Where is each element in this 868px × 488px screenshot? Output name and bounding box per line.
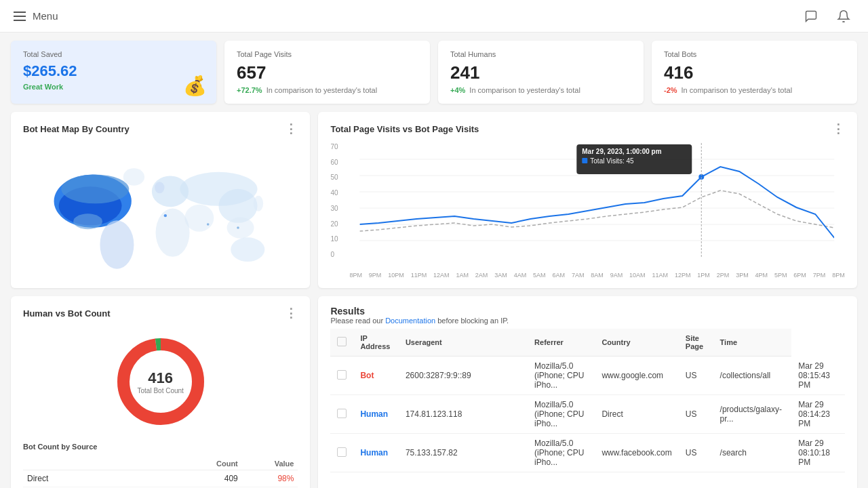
- row-page: /search: [713, 434, 792, 472]
- y-axis: 70 60 50 40 30 20 10 0: [330, 143, 349, 258]
- source-count: 409: [182, 470, 242, 487]
- select-all-checkbox[interactable]: [337, 337, 347, 346]
- line-chart-container: 70 60 50 40 30 20 10 0: [330, 143, 845, 279]
- human-bot-menu[interactable]: ⋮: [285, 306, 298, 321]
- svg-point-16: [207, 223, 210, 226]
- table-row: Human 174.81.123.118 Mozilla/5.0 (iPhone…: [330, 395, 845, 434]
- svg-point-8: [184, 205, 214, 232]
- results-table-wrap[interactable]: IP AddressUseragentReferrerCountrySite P…: [330, 329, 845, 478]
- row-ref: www.google.com: [595, 472, 678, 479]
- row-checkbox[interactable]: [330, 434, 353, 472]
- row-result: Human: [353, 395, 399, 434]
- x-axis: 8PM 9PM 10PM 11PM 12AM 1AM 2AM 3AM 4AM 5…: [349, 272, 845, 279]
- page-visits-change-desc: In comparison to yesterday's total: [267, 86, 378, 94]
- bottom-row: Human vs Bot Count ⋮ 416 Total Bot Count…: [0, 296, 868, 488]
- col-country: Country: [595, 329, 678, 357]
- line-chart-card: Total Page Visits vs Bot Page Visits ⋮ 7…: [318, 112, 857, 288]
- donut-label: Total Bot Count: [138, 387, 184, 394]
- line-chart-svg: Mar 29, 2023, 1:00:00 pm Total Visits: 4…: [349, 143, 845, 258]
- source-name: Direct: [23, 470, 182, 487]
- row-country: US: [679, 472, 713, 479]
- bots-change-desc: In comparison to yesterday's total: [682, 86, 793, 94]
- header-right: [800, 5, 854, 27]
- svg-point-17: [237, 226, 239, 229]
- stats-row: Total Saved $265.62 Great Work 💰 Total P…: [0, 33, 868, 112]
- results-table-body: Bot 2600:3287:9:9::89 Mozilla/5.0 (iPhon…: [330, 357, 845, 479]
- row-ip: 174.81.123.118: [399, 395, 528, 434]
- chat-icon[interactable]: [800, 5, 822, 27]
- world-map: [23, 143, 298, 279]
- total-page-visits-change: +72.7% In comparison to yesterday's tota…: [237, 86, 418, 94]
- row-checkbox[interactable]: [330, 472, 353, 479]
- total-bots-change: -2% In comparison to yesterday's total: [664, 86, 845, 94]
- human-bot-title: Human vs Bot Count ⋮: [23, 306, 298, 321]
- bell-icon[interactable]: [833, 5, 854, 27]
- total-page-visits-label: Total Page Visits: [237, 50, 418, 58]
- heatmap-menu[interactable]: ⋮: [285, 121, 298, 136]
- row-result: Human: [353, 472, 399, 479]
- row-country: US: [679, 357, 713, 395]
- row-checkbox[interactable]: [330, 357, 353, 395]
- svg-point-10: [227, 217, 254, 238]
- heatmap-card: Bot Heat Map By Country ⋮: [11, 112, 310, 288]
- total-humans-label: Total Humans: [450, 50, 631, 58]
- row-country: US: [679, 395, 713, 434]
- total-page-visits-card: Total Page Visits 657 +72.7% In comparis…: [224, 41, 430, 104]
- total-bots-card: Total Bots 416 -2% In comparison to yest…: [652, 41, 857, 104]
- humans-change-desc: In comparison to yesterday's total: [469, 86, 580, 94]
- humans-change-pct: +4%: [450, 86, 465, 94]
- row-ip: 2600:b348:667f:7166:90ba:90...: [399, 472, 528, 479]
- row-ip: 75.133.157.82: [399, 434, 528, 472]
- coin-icon: 💰: [183, 75, 207, 97]
- results-card: Results Please read our Documentation be…: [318, 296, 857, 488]
- donut-count: 416: [138, 369, 184, 387]
- row-checkbox[interactable]: [330, 395, 353, 434]
- header-left: Menu: [14, 10, 58, 22]
- line-chart-menu[interactable]: ⋮: [832, 121, 845, 136]
- menu-icon[interactable]: [14, 12, 26, 21]
- row-time: Mar 29 08:15:43 PM: [791, 357, 845, 395]
- documentation-link[interactable]: Documentation: [385, 317, 435, 325]
- count-table: Count Value Direct 409 98% www.google.co…: [23, 458, 298, 488]
- total-bots-value: 416: [664, 62, 845, 83]
- total-bots-label: Total Bots: [664, 50, 845, 58]
- count-table-body: Direct 409 98% www.google.com 2 0% www.f…: [23, 470, 298, 489]
- page-visits-change-pct: +72.7%: [237, 86, 262, 94]
- table-row: Human 75.133.157.82 Mozilla/5.0 (iPhone;…: [330, 434, 845, 472]
- row-page: /collections/all: [713, 357, 792, 395]
- svg-text:Total Visits: 45: Total Visits: 45: [591, 157, 635, 165]
- row-result: Human: [353, 434, 399, 472]
- row-time: Mar 29 08:14:23 PM: [791, 395, 845, 434]
- world-map-svg: [23, 143, 298, 279]
- svg-rect-29: [583, 158, 588, 163]
- header: Menu: [0, 0, 868, 33]
- col-count: Count: [182, 458, 242, 470]
- results-table: IP AddressUseragentReferrerCountrySite P…: [330, 329, 845, 478]
- svg-point-11: [231, 237, 264, 262]
- row-country: US: [679, 434, 713, 472]
- row-ref: www.google.com: [595, 357, 678, 395]
- row-page: /products/galaxy-pr...: [713, 395, 792, 434]
- col-referrer: Referrer: [528, 329, 595, 357]
- bots-change-pct: -2%: [664, 86, 677, 94]
- total-humans-change: +4% In comparison to yesterday's total: [450, 86, 631, 94]
- row-time: Mar 29 08:10:18 PM: [791, 434, 845, 472]
- total-page-visits-value: 657: [237, 62, 418, 83]
- col-site-page: Site Page: [679, 329, 713, 357]
- source-value: 98%: [242, 470, 298, 487]
- svg-point-13: [155, 182, 164, 193]
- results-table-header: IP AddressUseragentReferrerCountrySite P…: [330, 329, 845, 357]
- row-result: Bot: [353, 357, 399, 395]
- header-title: Menu: [33, 10, 58, 22]
- total-humans-value: 241: [450, 62, 631, 83]
- row-ua: Mozilla/5.0 (iPhone; CPU iPho...: [528, 472, 595, 479]
- row-ua: Mozilla/5.0 (iPhone; CPU iPho...: [528, 357, 595, 395]
- donut-chart: 416 Total Bot Count: [23, 327, 298, 436]
- total-saved-card: Total Saved $265.62 Great Work 💰: [11, 41, 216, 104]
- col-time: Time: [713, 329, 792, 357]
- svg-point-3: [73, 214, 102, 229]
- table-row: Human 2600:b348:667f:7166:90ba:90... Moz…: [330, 472, 845, 479]
- svg-point-6: [156, 208, 190, 256]
- total-saved-value: $265.62: [23, 62, 204, 80]
- svg-point-14: [254, 196, 263, 211]
